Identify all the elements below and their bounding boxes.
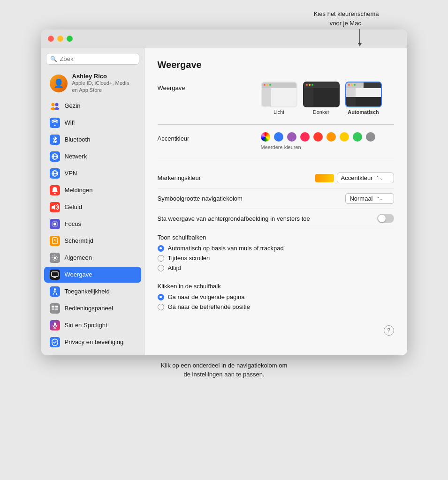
svg-rect-19 xyxy=(52,272,58,277)
sidebar-item-label: Bluetooth xyxy=(65,136,91,143)
klikken-section: Klikken in de schuifbalk Ga naar de volg… xyxy=(158,277,394,316)
symboolgrootte-label: Symboolgrootte navigatiekolom xyxy=(158,195,346,202)
sidebar-item-label: Geluid xyxy=(65,203,83,210)
annotation-top: Kies het kleurenschema voor je Mac. xyxy=(314,9,379,28)
sidebar-item-weergave[interactable]: Weergave xyxy=(44,267,141,283)
sidebar-item-privacy[interactable]: Privacy en beveiliging xyxy=(44,334,141,350)
color-rood[interactable] xyxy=(313,132,323,142)
symboolgrootte-row: Symboolgrootte navigatiekolom Normaal ⌃⌄ xyxy=(158,188,394,209)
close-button[interactable] xyxy=(48,36,54,42)
sidebar-item-algemeen[interactable]: Algemeen xyxy=(44,250,141,266)
sidebar-item-bedieningspaneel[interactable]: Bedieningspaneel xyxy=(44,300,141,316)
color-oranje[interactable] xyxy=(327,132,336,142)
theme-option-licht[interactable]: Licht xyxy=(261,82,297,115)
sidebar: 🔍 👤 Ashley Rico Apple ID, iCloud+, Media… xyxy=(41,48,144,355)
accentkleur-content: Meerdere kleuren xyxy=(261,132,394,150)
schuifbalken-altijd-label: Altijd xyxy=(168,264,181,271)
svg-point-14 xyxy=(53,223,56,225)
sidebar-item-label: Netwerk xyxy=(65,153,87,160)
algemeen-icon xyxy=(50,253,60,263)
titlebar xyxy=(41,30,407,48)
sidebar-item-gezin[interactable]: Gezin xyxy=(44,98,141,114)
color-grijs[interactable] xyxy=(366,132,375,142)
color-groen[interactable] xyxy=(353,132,362,142)
klikken-positie-option[interactable]: Ga naar de betreffende positie xyxy=(158,303,394,310)
color-roze[interactable] xyxy=(300,132,310,142)
svg-point-1 xyxy=(55,103,58,106)
markeringskleur-select[interactable]: Accentkleur ⌃⌄ xyxy=(337,172,394,183)
sidebar-item-focus[interactable]: Focus xyxy=(44,216,141,232)
focus-icon xyxy=(50,219,60,229)
theme-label-licht: Licht xyxy=(273,109,284,115)
sidebar-item-vpn[interactable]: VPN xyxy=(44,165,141,181)
schuifbalken-altijd-option[interactable]: Altijd xyxy=(158,264,394,271)
color-geel[interactable] xyxy=(340,132,349,142)
klikken-title: Klikken in de schuifbalk xyxy=(158,283,394,290)
maximize-button[interactable] xyxy=(67,36,73,42)
main-panel: Weergave Weergave xyxy=(144,48,407,355)
window-body: 🔍 👤 Ashley Rico Apple ID, iCloud+, Media… xyxy=(41,48,407,355)
schuifbalken-scrollen-option[interactable]: Tijdens scrollen xyxy=(158,255,394,262)
achtergrond-toggle[interactable] xyxy=(377,214,394,223)
klikken-positie-radio[interactable] xyxy=(158,304,164,310)
search-input[interactable] xyxy=(60,55,135,62)
klikken-volgende-option[interactable]: Ga naar de volgende pagina xyxy=(158,293,394,300)
sidebar-item-siri[interactable]: Siri en Spotlight xyxy=(44,317,141,333)
svg-rect-25 xyxy=(52,308,54,310)
divider-1 xyxy=(158,124,394,125)
markeringskleur-row: Markeringskleur Accentkleur ⌃⌄ xyxy=(158,168,394,188)
svg-line-4 xyxy=(53,138,55,140)
accentkleur-label: Accentkleur xyxy=(158,132,261,142)
theme-label-automatisch: Automatisch xyxy=(348,109,379,115)
sidebar-item-label: Privacy en beveiliging xyxy=(65,338,124,345)
klikken-volgende-radio[interactable] xyxy=(158,294,164,300)
sidebar-item-meldingen[interactable]: Meldingen xyxy=(44,182,141,198)
color-paars[interactable] xyxy=(287,132,296,142)
sidebar-item-label: Focus xyxy=(65,220,81,227)
schuifbalken-auto-option[interactable]: Automatisch op basis van muis of trackpa… xyxy=(158,245,394,252)
schuifbalken-section: Toon schuifbalken Automatisch op basis v… xyxy=(158,228,394,277)
bluetooth-icon xyxy=(50,135,60,145)
user-info: Ashley Rico Apple ID, iCloud+, Media en … xyxy=(72,73,136,94)
symboolgrootte-value: Normaal xyxy=(349,195,372,202)
divider-2 xyxy=(158,160,394,160)
svg-point-12 xyxy=(54,193,55,194)
sidebar-item-geluid[interactable]: Geluid xyxy=(44,199,141,215)
schuifbalken-auto-label: Automatisch op basis van muis of trackpa… xyxy=(168,245,284,252)
achtergrond-control xyxy=(377,214,394,223)
schuifbalken-scrollen-radio[interactable] xyxy=(158,255,164,262)
symboolgrootte-select[interactable]: Normaal ⌃⌄ xyxy=(345,193,394,204)
svg-marker-13 xyxy=(52,204,55,210)
svg-rect-27 xyxy=(54,322,56,326)
sidebar-item-toegankelijkheid[interactable]: Toegankelijkheid xyxy=(44,284,141,300)
schuifbalken-auto-radio[interactable] xyxy=(158,245,164,252)
sidebar-item-wifi[interactable]: Wifi xyxy=(44,115,141,131)
theme-option-donker[interactable]: Donker xyxy=(303,82,340,115)
schuifbalken-altijd-radio[interactable] xyxy=(158,265,164,271)
system-preferences-window: 🔍 👤 Ashley Rico Apple ID, iCloud+, Media… xyxy=(41,30,407,355)
search-bar[interactable]: 🔍 xyxy=(46,53,139,65)
sidebar-item-label: Algemeen xyxy=(65,254,92,261)
sidebar-item-label: Toegankelijkheid xyxy=(65,288,110,295)
avatar: 👤 xyxy=(50,75,68,92)
sidebar-item-netwerk[interactable]: Netwerk xyxy=(44,149,141,165)
color-blauw[interactable] xyxy=(274,132,283,142)
annotation-arrow-down xyxy=(358,29,362,46)
klikken-volgende-label: Ga naar de volgende pagina xyxy=(168,293,245,300)
meldingen-icon xyxy=(50,185,60,195)
sidebar-item-bluetooth[interactable]: Bluetooth xyxy=(44,132,141,148)
sidebar-item-schermtijd[interactable]: Schermtijd xyxy=(44,233,141,249)
user-profile-item[interactable]: 👤 Ashley Rico Apple ID, iCloud+, Media e… xyxy=(44,70,141,97)
accent-sublabel: Meerdere kleuren xyxy=(261,144,301,150)
symboolgrootte-control: Normaal ⌃⌄ xyxy=(345,193,394,204)
help-button[interactable]: ? xyxy=(384,325,394,336)
annotation-bottom: Klik op een onderdeel in de navigatiekol… xyxy=(161,361,288,379)
theme-option-automatisch[interactable]: Automatisch xyxy=(345,82,382,115)
sidebar-item-label: Siri en Spotlight xyxy=(65,322,107,329)
sidebar-item-label: VPN xyxy=(65,170,77,177)
color-multicolor[interactable] xyxy=(261,132,270,142)
minimize-button[interactable] xyxy=(57,36,63,42)
vpn-icon xyxy=(50,168,60,179)
toggle-knob xyxy=(378,215,386,222)
svg-point-18 xyxy=(53,256,56,259)
